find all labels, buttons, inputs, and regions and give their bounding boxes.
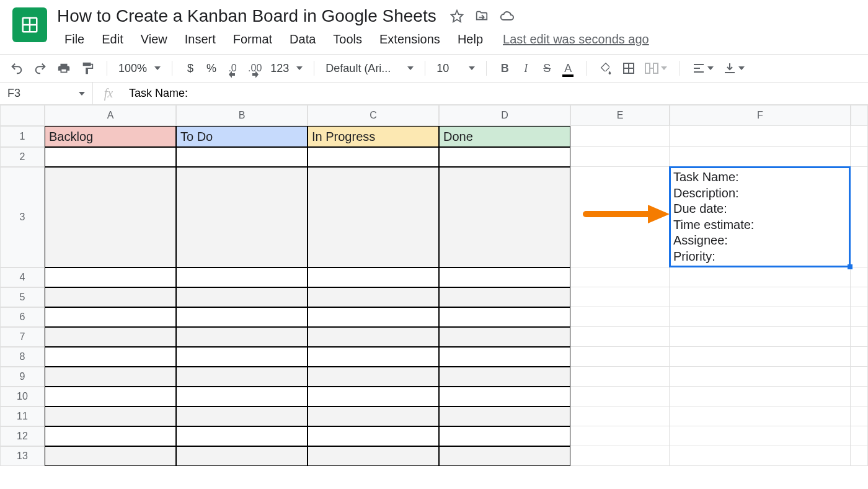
cell-f3[interactable]: Task Name: Description: Due date: Time e… <box>670 167 851 267</box>
print-button[interactable] <box>53 58 74 78</box>
cell-f10[interactable] <box>670 387 851 406</box>
cell-g5[interactable] <box>851 287 868 307</box>
cell-d4[interactable] <box>439 267 570 287</box>
cell-a12[interactable] <box>45 426 176 446</box>
cloud-status-icon[interactable] <box>500 9 515 24</box>
cell-f13[interactable] <box>670 446 851 466</box>
row-header-5[interactable]: 5 <box>0 287 45 307</box>
col-header-e[interactable]: E <box>570 105 670 126</box>
cell-d2[interactable] <box>439 147 570 167</box>
menu-edit[interactable]: Edit <box>93 30 131 49</box>
cell-c11[interactable] <box>308 406 439 426</box>
redo-button[interactable] <box>30 58 51 78</box>
cell-a8[interactable] <box>45 347 176 367</box>
cell-b6[interactable] <box>176 307 308 327</box>
spreadsheet-grid[interactable]: A B C D E F 1 Backlog To Do In Progress … <box>0 105 868 466</box>
select-all-corner[interactable] <box>0 105 45 126</box>
row-header-6[interactable]: 6 <box>0 307 45 327</box>
paint-format-button[interactable] <box>77 58 98 78</box>
cell-d6[interactable] <box>439 307 570 327</box>
cell-c9[interactable] <box>308 367 439 387</box>
font-size-dropdown[interactable]: 10 <box>434 58 477 78</box>
cell-g7[interactable] <box>851 327 868 347</box>
borders-button[interactable] <box>619 58 639 78</box>
cell-b3[interactable] <box>176 167 308 267</box>
cell-a11[interactable] <box>45 406 176 426</box>
cell-f8[interactable] <box>670 347 851 367</box>
cell-c10[interactable] <box>308 387 439 406</box>
cell-a2[interactable] <box>45 147 176 167</box>
menu-tools[interactable]: Tools <box>324 30 371 49</box>
cell-d8[interactable] <box>439 347 570 367</box>
cell-e9[interactable] <box>570 367 670 387</box>
cell-b5[interactable] <box>176 287 308 307</box>
menu-data[interactable]: Data <box>281 30 324 49</box>
cell-e8[interactable] <box>570 347 670 367</box>
cell-a9[interactable] <box>45 367 176 387</box>
cell-b13[interactable] <box>176 446 308 466</box>
menu-file[interactable]: File <box>56 30 93 49</box>
menu-extensions[interactable]: Extensions <box>371 30 449 49</box>
last-edit-link[interactable]: Last edit was seconds ago <box>503 32 649 47</box>
cell-g11[interactable] <box>851 406 868 426</box>
row-header-9[interactable]: 9 <box>0 367 45 387</box>
cell-b11[interactable] <box>176 406 308 426</box>
cell-b10[interactable] <box>176 387 308 406</box>
col-header-d[interactable]: D <box>439 105 570 126</box>
decrease-decimals-button[interactable]: .0 <box>223 58 242 78</box>
row-header-8[interactable]: 8 <box>0 347 45 367</box>
row-header-2[interactable]: 2 <box>0 147 45 167</box>
cell-e3[interactable] <box>570 167 670 267</box>
cell-b9[interactable] <box>176 367 308 387</box>
cell-a6[interactable] <box>45 307 176 327</box>
move-icon[interactable] <box>475 9 489 23</box>
vertical-align-button[interactable] <box>720 58 748 78</box>
italic-button[interactable]: I <box>516 58 535 78</box>
cell-e2[interactable] <box>570 147 670 167</box>
cell-c6[interactable] <box>308 307 439 327</box>
row-header-10[interactable]: 10 <box>0 387 45 406</box>
cell-f12[interactable] <box>670 426 851 446</box>
cell-c12[interactable] <box>308 426 439 446</box>
cell-c4[interactable] <box>308 267 439 287</box>
menu-insert[interactable]: Insert <box>176 30 224 49</box>
row-header-3[interactable]: 3 <box>0 167 45 267</box>
cell-c7[interactable] <box>308 327 439 347</box>
cell-e12[interactable] <box>570 426 670 446</box>
cell-f9[interactable] <box>670 367 851 387</box>
fill-color-button[interactable] <box>595 58 616 78</box>
cell-e11[interactable] <box>570 406 670 426</box>
cell-d9[interactable] <box>439 367 570 387</box>
cell-a10[interactable] <box>45 387 176 406</box>
cell-a7[interactable] <box>45 327 176 347</box>
cell-b7[interactable] <box>176 327 308 347</box>
col-header-b[interactable]: B <box>176 105 308 126</box>
cell-d3[interactable] <box>439 167 570 267</box>
strikethrough-button[interactable]: S <box>538 58 556 78</box>
cell-c2[interactable] <box>308 147 439 167</box>
name-box[interactable]: F3 <box>0 83 93 104</box>
zoom-dropdown[interactable]: 100% <box>116 58 163 78</box>
cell-c5[interactable] <box>308 287 439 307</box>
cell-b1[interactable]: To Do <box>176 126 308 147</box>
menu-format[interactable]: Format <box>224 30 281 49</box>
cell-g1[interactable] <box>851 126 868 147</box>
cell-g3[interactable] <box>851 167 868 267</box>
cell-d1[interactable]: Done <box>439 126 570 147</box>
cell-a4[interactable] <box>45 267 176 287</box>
row-header-4[interactable]: 4 <box>0 267 45 287</box>
cell-g4[interactable] <box>851 267 868 287</box>
cell-g13[interactable] <box>851 446 868 466</box>
cell-d13[interactable] <box>439 446 570 466</box>
col-header-overflow[interactable] <box>851 105 868 126</box>
row-header-11[interactable]: 11 <box>0 406 45 426</box>
cell-g8[interactable] <box>851 347 868 367</box>
cell-a13[interactable] <box>45 446 176 466</box>
cell-e13[interactable] <box>570 446 670 466</box>
cell-d10[interactable] <box>439 387 570 406</box>
cell-d12[interactable] <box>439 426 570 446</box>
cell-d7[interactable] <box>439 327 570 347</box>
doc-title[interactable]: How to Create a Kanban Board in Google S… <box>55 5 439 27</box>
format-currency-button[interactable]: $ <box>181 58 200 78</box>
horizontal-align-button[interactable] <box>689 58 717 78</box>
